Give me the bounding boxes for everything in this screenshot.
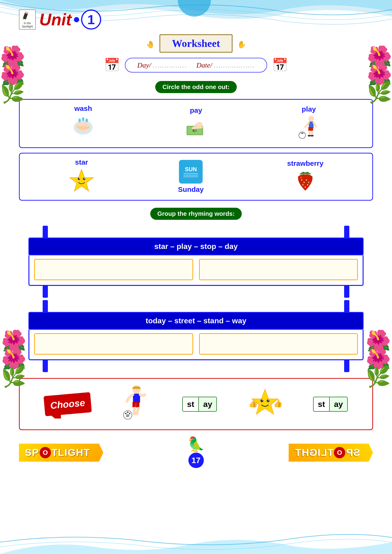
svg-point-26: [83, 178, 85, 180]
svg-text:👍: 👍: [248, 399, 258, 408]
svg-point-52: [267, 399, 269, 402]
page-number: 17: [189, 453, 204, 468]
svg-rect-18: [308, 135, 311, 136]
footer-center: 🦜 17: [187, 437, 205, 468]
left-flowers-bottom: 🌺🌺🌿: [1, 332, 26, 386]
vocab-strawberry: strawberry: [287, 159, 323, 194]
svg-point-53: [258, 402, 262, 405]
vocab-sunday: SUN Sunday: [178, 160, 203, 194]
svg-point-12: [308, 116, 314, 122]
rhyming-table-1: star – play – stop – day: [19, 226, 373, 298]
hand-right-icon: 🤚: [237, 40, 246, 48]
choose-section: Choose: [19, 378, 373, 430]
answer-box-2b[interactable]: [199, 333, 358, 354]
play-soccer-icon: [294, 115, 323, 142]
word1-part2: ay: [199, 397, 217, 412]
worksheet-banner: 🤚 Worksheet 🤚: [19, 34, 373, 53]
day-date-box: Day/ …………… Date/ ………………: [125, 58, 267, 72]
footer-left-tlight: TLIGHT: [51, 447, 90, 458]
footer-left-dot: O: [40, 447, 51, 458]
vocab-star: star: [69, 158, 95, 195]
svg-point-55: [262, 400, 263, 401]
unit-blue-dot: [74, 17, 79, 22]
svg-rect-16: [308, 131, 310, 136]
svg-point-37: [305, 187, 306, 188]
left-flowers: 🌺🌺🌿: [0, 47, 25, 102]
worksheet-title: Worksheet: [172, 38, 220, 49]
sun-calendar-icon: SUN: [179, 160, 203, 184]
svg-point-34: [308, 182, 309, 183]
pencil-icon: [22, 11, 33, 21]
word2-part2: ay: [330, 397, 348, 412]
answer-box-1a[interactable]: [34, 259, 193, 280]
svg-rect-17: [311, 131, 313, 136]
right-flowers: 🌺🌺🌿: [367, 47, 392, 102]
choose-tag-wrapper: Choose: [44, 394, 91, 414]
svg-point-25: [78, 178, 80, 180]
word-choice-2: st ay: [313, 397, 348, 412]
footer-left-sp: SP: [25, 447, 39, 458]
svg-point-35: [302, 184, 303, 186]
wash-icon: [69, 114, 98, 143]
svg-point-5: [78, 118, 81, 122]
vocab-pay: pay $: [182, 106, 210, 141]
svg-point-56: [268, 400, 269, 401]
footer-left: SP O TLIGHT: [19, 444, 103, 462]
footer-right-tlight: TLIGHT: [294, 447, 333, 458]
svg-point-39: [132, 385, 141, 394]
strawberry-icon: [291, 169, 320, 194]
spotlight-logo-box: In the Spotlight: [19, 9, 36, 30]
section2-instruction: Group the rhyming words:: [150, 208, 242, 220]
date-field: Date/ ………………: [196, 61, 255, 69]
vocab-wash: wash: [69, 104, 98, 143]
right-flowers-bottom: 🌺🌺🌿: [366, 332, 391, 386]
svg-point-28: [84, 180, 87, 182]
answer-box-1b[interactable]: [199, 259, 358, 280]
svg-marker-24: [70, 169, 93, 191]
svg-line-20: [305, 123, 309, 127]
word1-part1: st: [182, 397, 199, 412]
vocab-play: play: [294, 105, 323, 142]
choose-soccer-player: [121, 385, 152, 423]
svg-rect-19: [311, 135, 314, 136]
pay-icon: $: [182, 116, 210, 141]
svg-point-54: [268, 402, 272, 405]
svg-point-29: [79, 178, 80, 179]
svg-point-30: [84, 178, 85, 179]
hand-left-icon: 🤚: [146, 41, 155, 48]
choose-tag: Choose: [44, 392, 92, 416]
table2-words: today – street – stand – way: [146, 316, 246, 325]
footer-right-dot: O: [334, 447, 345, 458]
footer-right: SP O TLIGHT: [289, 444, 373, 462]
svg-rect-41: [133, 402, 136, 408]
unit-number-circle: 1: [81, 9, 101, 30]
choose-star-icon: 👍 👍: [247, 387, 283, 421]
exercise-box-1: wash pay: [19, 99, 373, 148]
star-icon: [69, 168, 95, 195]
svg-line-21: [314, 123, 316, 126]
svg-point-32: [304, 182, 305, 183]
exercise-box-2: star SUN: [19, 153, 373, 201]
calendar-left-icon: 📅: [104, 57, 120, 73]
rhyming-table-2: today – street – stand – way: [19, 300, 373, 372]
svg-point-51: [260, 399, 263, 402]
word-choice-1: st ay: [182, 397, 217, 412]
table1-words: star – play – stop – day: [154, 242, 238, 251]
calendar-right-icon: 📅: [272, 57, 288, 73]
svg-point-27: [76, 180, 79, 182]
unit-label: Unit: [39, 10, 72, 29]
footer-right-sp: SP: [346, 447, 360, 458]
svg-rect-42: [136, 402, 139, 408]
answer-box-2a[interactable]: [34, 333, 193, 354]
word2-part1: st: [313, 397, 330, 412]
svg-point-36: [307, 184, 308, 186]
footer: SP O TLIGHT 🦜 17 SP O TLIGHT: [19, 437, 373, 468]
svg-point-7: [85, 118, 88, 122]
section1-instruction: Circle the odd one out:: [155, 81, 237, 93]
bird-icon: 🦜: [187, 437, 205, 451]
svg-point-33: [306, 179, 307, 181]
svg-text:👍: 👍: [273, 399, 283, 408]
svg-point-31: [301, 179, 302, 181]
svg-rect-44: [135, 407, 140, 416]
logo-text: In the Spotlight: [22, 21, 33, 28]
